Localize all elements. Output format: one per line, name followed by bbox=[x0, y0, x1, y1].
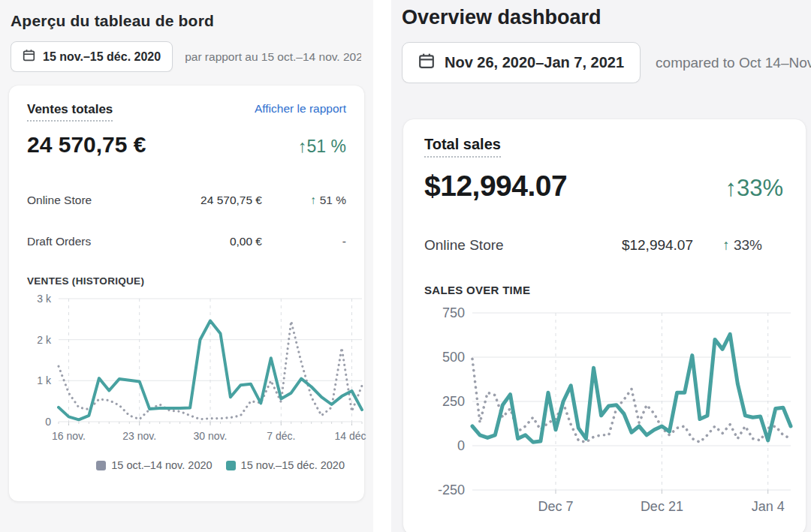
legend-swatch-teal bbox=[226, 461, 236, 470]
svg-text:250: 250 bbox=[442, 394, 465, 409]
chart-heading: SALES OVER TIME bbox=[424, 284, 783, 296]
channel-row: Draft Orders 0,00 € - bbox=[27, 235, 346, 248]
date-range-button[interactable]: Nov 26, 2020–Jan 7, 2021 bbox=[402, 42, 641, 83]
channel-delta: ↑ 51 % bbox=[262, 194, 346, 207]
svg-text:16 nov.: 16 nov. bbox=[52, 430, 86, 442]
sales-over-time-chart: -2500250500750Dec 7Dec 21Jan 4 bbox=[424, 302, 783, 527]
svg-text:30 nov.: 30 nov. bbox=[194, 430, 228, 442]
channel-value: 24 570,75 € bbox=[172, 194, 262, 207]
calendar-icon bbox=[418, 53, 435, 73]
date-range-label: Nov 26, 2020–Jan 7, 2021 bbox=[445, 54, 624, 71]
page-title: Overview dashboard bbox=[402, 6, 811, 29]
svg-text:14 déc.: 14 déc. bbox=[335, 430, 366, 442]
date-range-label: 15 nov.–15 déc. 2020 bbox=[43, 50, 161, 64]
svg-text:-250: -250 bbox=[438, 482, 465, 497]
date-controls: Nov 26, 2020–Jan 7, 2021 compared to Oct… bbox=[402, 42, 811, 83]
date-controls: 15 nov.–15 déc. 2020 par rapport au 15 o… bbox=[11, 41, 361, 72]
svg-text:3 k: 3 k bbox=[37, 293, 52, 305]
legend-item-previous: 15 oct.–14 nov. 2020 bbox=[96, 459, 212, 471]
total-sales-value: $12,994.07 bbox=[424, 170, 567, 203]
comparison-period-text: compared to Oct 14–Nov, bbox=[656, 55, 811, 71]
dashboard-panel-en: Overview dashboard Nov 26, 2020–Jan 7, 2… bbox=[391, 0, 811, 532]
svg-text:Dec 7: Dec 7 bbox=[538, 499, 573, 514]
svg-text:2 k: 2 k bbox=[37, 334, 52, 346]
sales-history-chart: 01 k2 k3 k16 nov.23 nov.30 nov.7 déc.14 … bbox=[27, 291, 346, 450]
svg-text:750: 750 bbox=[442, 305, 465, 320]
chart-heading: VENTES (HISTORIQUE) bbox=[27, 275, 346, 287]
date-range-button[interactable]: 15 nov.–15 déc. 2020 bbox=[11, 41, 173, 72]
legend-swatch-gray bbox=[96, 461, 106, 470]
svg-text:0: 0 bbox=[45, 416, 51, 428]
panel-header: Overview dashboard Nov 26, 2020–Jan 7, 2… bbox=[391, 0, 811, 83]
channel-delta: - bbox=[262, 235, 346, 248]
channel-label: Online Store bbox=[27, 194, 92, 207]
total-sales-delta: ↑51 % bbox=[298, 137, 346, 157]
channel-label: Online Store bbox=[424, 237, 504, 254]
svg-text:Dec 21: Dec 21 bbox=[641, 499, 683, 514]
up-arrow-icon: ↑ bbox=[311, 194, 317, 206]
svg-text:500: 500 bbox=[442, 350, 465, 365]
metric-title[interactable]: Ventes totales bbox=[27, 102, 113, 122]
panel-divider bbox=[373, 0, 391, 532]
page-title: Aperçu du tableau de bord bbox=[11, 12, 361, 30]
total-sales-card: Total sales $12,994.07 ↑33% Online Store… bbox=[403, 119, 806, 532]
metric-title[interactable]: Total sales bbox=[424, 136, 501, 158]
dashboard-panel-fr: Aperçu du tableau de bord 15 nov.–15 déc… bbox=[0, 0, 373, 532]
up-arrow-icon: ↑ bbox=[722, 237, 730, 253]
panel-header: Aperçu du tableau de bord 15 nov.–15 déc… bbox=[0, 0, 373, 72]
legend-item-current: 15 nov.–15 déc. 2020 bbox=[226, 459, 345, 471]
channel-label: Draft Orders bbox=[27, 235, 91, 248]
svg-text:1 k: 1 k bbox=[37, 374, 52, 386]
channel-delta: ↑ 33% bbox=[693, 237, 783, 254]
svg-text:Jan 4: Jan 4 bbox=[752, 499, 785, 514]
view-report-link[interactable]: Afficher le rapport bbox=[255, 102, 346, 116]
channel-row: Online Store $12,994.07 ↑ 33% bbox=[424, 237, 783, 254]
svg-text:7 déc.: 7 déc. bbox=[267, 430, 295, 442]
calendar-icon bbox=[23, 49, 35, 65]
svg-text:23 nov.: 23 nov. bbox=[122, 430, 156, 442]
channel-row: Online Store 24 570,75 € ↑ 51 % bbox=[27, 194, 346, 207]
total-sales-card: Ventes totales Afficher le rapport 24 57… bbox=[9, 86, 364, 501]
svg-text:0: 0 bbox=[457, 438, 465, 453]
channel-value: $12,994.07 bbox=[550, 237, 693, 254]
total-sales-delta: ↑33% bbox=[725, 175, 783, 202]
chart-legend: 15 oct.–14 nov. 2020 15 nov.–15 déc. 202… bbox=[27, 459, 346, 471]
channel-value: 0,00 € bbox=[172, 235, 262, 248]
total-sales-value: 24 570,75 € bbox=[27, 132, 146, 158]
comparison-period-text: par rapport au 15 oct.–14 nov. 2020 bbox=[185, 50, 361, 64]
